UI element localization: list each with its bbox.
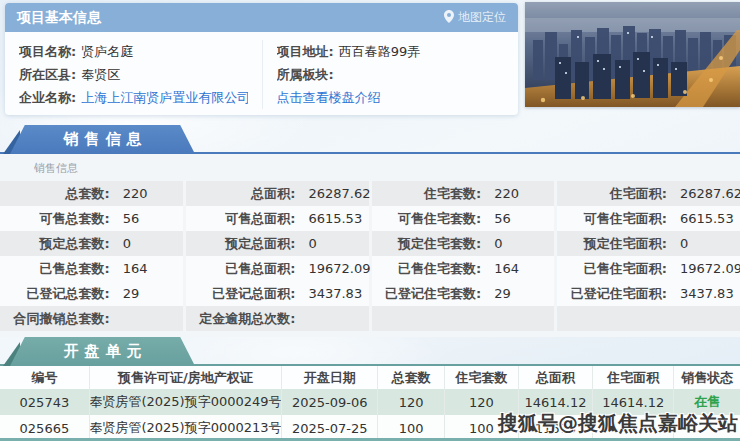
- field-value: 贤庐名庭: [81, 44, 133, 59]
- field-board: 所属板块:: [277, 63, 505, 86]
- sales-row: 预定总套数:0 预定总面积:0 预定住宅套数:0 预定住宅面积:0: [0, 231, 740, 256]
- stat-sellable-res-area: 可售住宅面积:6615.53: [557, 206, 740, 231]
- stat-sold-res-area: 已售住宅面积:19672.09: [557, 256, 740, 281]
- stat-label: 已售住宅面积:: [557, 260, 667, 278]
- sales-row: 已售总套数:164 已售总面积:19672.09 已售住宅套数:164 已售住宅…: [0, 256, 740, 281]
- sales-row: 可售总套数:56 可售总面积:6615.53 可售住宅套数:56 可售住宅面积:…: [0, 206, 740, 231]
- stat-label: 预定总套数:: [0, 235, 110, 253]
- stat-value: 56: [481, 211, 511, 226]
- stat-label: 住宅套数:: [372, 185, 482, 203]
- col-header-status: 销售状态: [673, 366, 740, 389]
- stat-registered-res-area: 已登记住宅面积:3437.83: [557, 281, 740, 306]
- map-locate-link[interactable]: 地图定位: [444, 9, 506, 26]
- stat-total-area: 总面积:26287.62: [186, 181, 369, 206]
- stat-registered-units: 已登记总套数:29: [0, 281, 183, 306]
- stat-residential-units: 住宅套数:220: [372, 181, 555, 206]
- company-link[interactable]: 上海上江南贤庐置业有限公司: [81, 90, 247, 105]
- col-header-res-units: 住宅套数: [444, 366, 518, 389]
- cell-serial: 025743: [0, 389, 89, 415]
- stat-value: 0: [295, 236, 316, 251]
- sales-subtitle: 销售信息: [0, 154, 740, 181]
- stat-reserved-area: 预定总面积:0: [186, 231, 369, 256]
- stat-label: 预定总面积:: [186, 235, 296, 253]
- stat-value: 19672.09: [667, 261, 740, 276]
- sales-tab-row: 销售信息: [0, 125, 740, 154]
- field-project-name: 项目名称:贤庐名庭: [19, 40, 248, 63]
- stat-value: 0: [481, 236, 502, 251]
- field-label: 所在区县:: [19, 67, 76, 82]
- stat-label: 已登记总面积:: [186, 285, 296, 303]
- tab-opening-units[interactable]: 开盘单元: [10, 337, 195, 366]
- stat-residential-area: 住宅面积:26287.62: [557, 181, 740, 206]
- stat-cancelled-units: 合同撤销总套数:: [0, 306, 183, 331]
- stat-sellable-units: 可售总套数:56: [0, 206, 183, 231]
- stat-value: 29: [110, 286, 140, 301]
- stat-sellable-area: 可售总面积:6615.53: [186, 206, 369, 231]
- stat-label: 定金逾期总次数:: [186, 310, 296, 328]
- col-header-license: 预售许可证/房地产权证: [89, 366, 281, 389]
- stat-label: 预定住宅面积:: [557, 235, 667, 253]
- stat-reserved-units: 预定总套数:0: [0, 231, 183, 256]
- project-info-card: 项目基本信息 地图定位 项目名称:贤庐名庭 所在区县:奉贤区 企业名称:上海上江…: [5, 3, 518, 115]
- stat-registered-area: 已登记总面积:3437.83: [186, 281, 369, 306]
- col-header-open-date: 开盘日期: [281, 366, 377, 389]
- cell-total-area: 14614.12: [518, 389, 592, 415]
- cell-res-area: 14614.12: [592, 389, 673, 415]
- stat-label: 可售住宅面积:: [557, 210, 667, 228]
- field-district: 所在区县:奉贤区: [19, 63, 248, 86]
- stat-value: 6615.53: [295, 211, 362, 226]
- field-address: 项目地址:西百春路99弄: [277, 40, 505, 63]
- stat-sold-area: 已售总面积:19672.09: [186, 256, 369, 281]
- stat-value: 6615.53: [667, 211, 734, 226]
- stat-label: 总套数:: [0, 185, 110, 203]
- stat-sold-res-units: 已售住宅套数:164: [372, 256, 555, 281]
- sales-row: 总套数:220 总面积:26287.62 住宅套数:220 住宅面积:26287…: [0, 181, 740, 206]
- stat-label: 可售总套数:: [0, 210, 110, 228]
- field-value: 西百春路99弄: [339, 44, 421, 59]
- stat-value: 56: [110, 211, 140, 226]
- stat-empty: [372, 306, 555, 331]
- tab-sales-info[interactable]: 销售信息: [10, 125, 195, 154]
- cell-res-units: 120: [444, 389, 518, 415]
- map-pin-icon: [444, 10, 454, 26]
- stat-value: 26287.62: [295, 186, 370, 201]
- cell-license: 奉贤房管(2025)预字0000249号: [89, 389, 281, 415]
- stat-deposit-overdue: 定金逾期总次数:: [186, 306, 369, 331]
- sales-row: 合同撤销总套数: 定金逾期总次数:: [0, 306, 740, 331]
- page: { "watermark": "搜狐号@搜狐焦点嘉峪关站", "colors":…: [0, 0, 740, 441]
- col-header-total-area: 总面积: [518, 366, 592, 389]
- stat-label: 已登记总套数:: [0, 285, 110, 303]
- opening-table-header: 编号 预售许可证/房地产权证 开盘日期 总套数 住宅套数 总面积 住宅面积 销售…: [0, 366, 740, 389]
- sales-row: 已登记总套数:29 已登记总面积:3437.83 已登记住宅套数:29 已登记住…: [0, 281, 740, 306]
- stat-label: 可售总面积:: [186, 210, 296, 228]
- field-label: 企业名称:: [19, 90, 76, 105]
- view-intro-link[interactable]: 点击查看楼盘介绍: [277, 90, 381, 105]
- stat-sold-units: 已售总套数:164: [0, 256, 183, 281]
- col-header-serial: 编号: [0, 366, 89, 389]
- map-locate-label: 地图定位: [458, 9, 506, 26]
- stat-value: 220: [110, 186, 148, 201]
- project-photo[interactable]: [525, 2, 740, 107]
- stat-label: 已售住宅套数:: [372, 260, 482, 278]
- stat-label: 预定住宅套数:: [372, 235, 482, 253]
- field-company: 企业名称:上海上江南贤庐置业有限公司: [19, 86, 248, 109]
- stat-label: 已售总套数:: [0, 260, 110, 278]
- stat-label: 总面积:: [186, 185, 296, 203]
- stat-value: 0: [667, 236, 688, 251]
- table-row[interactable]: 025743 奉贤房管(2025)预字0000249号 2025-09-06 1…: [0, 389, 740, 415]
- stat-label: 可售住宅套数:: [372, 210, 482, 228]
- cell-open-date: 2025-09-06: [281, 389, 377, 415]
- stat-empty: [557, 306, 740, 331]
- stat-label: 合同撤销总套数:: [0, 310, 110, 328]
- stat-reserved-res-units: 预定住宅套数:0: [372, 231, 555, 256]
- col-header-res-area: 住宅面积: [592, 366, 673, 389]
- stat-sellable-res-units: 可售住宅套数:56: [372, 206, 555, 231]
- project-info-body: 项目名称:贤庐名庭 所在区县:奉贤区 企业名称:上海上江南贤庐置业有限公司 项目…: [5, 32, 518, 109]
- opening-tab-row: 开盘单元: [0, 337, 740, 366]
- cell-total-units: 120: [377, 389, 444, 415]
- field-label: 所属板块:: [277, 67, 334, 82]
- field-intro: 点击查看楼盘介绍: [277, 86, 505, 109]
- stat-label: 住宅面积:: [557, 185, 667, 203]
- opening-units-section: 开盘单元 编号 预售许可证/房地产权证 开盘日期 总套数 住宅套数 总面积 住宅…: [0, 337, 740, 441]
- status-badge: 在售: [673, 389, 740, 415]
